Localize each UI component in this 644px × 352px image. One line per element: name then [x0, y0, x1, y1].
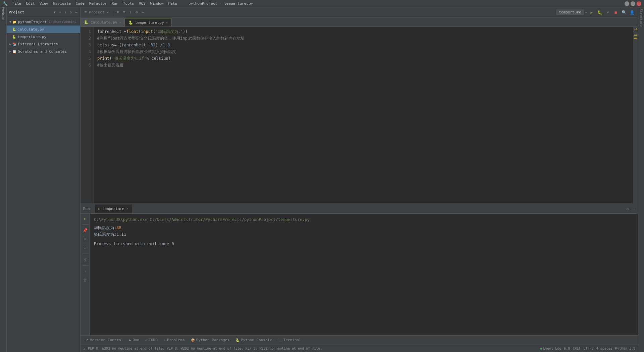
tree-root-label: pythonProject	[18, 20, 47, 24]
tree-item-external-libs[interactable]: ▶ 📚 External Libraries	[7, 40, 80, 48]
menu-run[interactable]: Run	[110, 1, 120, 6]
status-position[interactable]: 6:8	[564, 347, 570, 350]
event-log-label: Event Log	[543, 347, 561, 350]
run-panel: Run: ▶ temperture × ⚙ – ▶ 📌 ≡ ⊞ 🖨	[80, 204, 638, 335]
print-button[interactable]: 🖨	[82, 256, 89, 263]
menu-refactor[interactable]: Refactor	[87, 1, 109, 6]
run-button[interactable]: ▶	[588, 9, 595, 16]
toolbar-btn3[interactable]: ↕	[128, 9, 133, 15]
statusbar: ⚠ PEP 8: W292 no newline at end of file.…	[80, 345, 638, 352]
code-content[interactable]: fahrenheit = float(input('华氏温度为:')) #利用f…	[94, 27, 633, 203]
tab-temperture-icon: 🐍	[128, 20, 133, 25]
project-sidebar: Project ▼ ≡ ↕ ⚙ – ▼ 📁 pythonProject C:\U…	[7, 7, 80, 352]
tab-temperture[interactable]: 🐍 temperture.py ×	[125, 18, 172, 27]
line-numbers: 1 2 3 4 5 6	[80, 27, 94, 203]
python-console-icon: 🐍	[235, 338, 239, 342]
bottom-tab-todo[interactable]: ✓ TODO	[143, 336, 160, 344]
run-tab-temperture[interactable]: ▶ temperture ×	[95, 205, 132, 213]
panel-settings-button[interactable]: ⚙	[627, 207, 629, 211]
bottom-tab-python-console[interactable]: 🐍 Python Console	[233, 336, 275, 344]
run-config-arrow[interactable]: ▾	[585, 11, 587, 14]
sidebar-menu-button[interactable]: ≡	[58, 10, 62, 15]
run-panel-content: ▶ 📌 ≡ ⊞ 🖨 ⬆ 🗑 C:\Python38\python.exe C:/…	[80, 214, 638, 335]
close-button[interactable]: ×	[637, 1, 641, 6]
tab-temperture-label: temperture.py	[135, 20, 164, 25]
menu-edit[interactable]: Edit	[24, 1, 37, 6]
output-line-3: 摄氏温度为31.11	[94, 231, 634, 238]
trash-button[interactable]: 🗑	[82, 276, 89, 284]
tree-item-calculate[interactable]: 🐍 calculate.py	[7, 26, 80, 33]
version-control-icon: ⎇	[85, 338, 89, 342]
run-config-name[interactable]: temperture	[556, 9, 584, 15]
up-button[interactable]: ⬆	[82, 268, 89, 275]
menu-vcs[interactable]: VCS	[137, 1, 148, 6]
toolbar-dropdown[interactable]: ≡ Project ▾	[83, 9, 110, 15]
rerun-button[interactable]: ▶	[82, 215, 89, 222]
project-sidebar-toggle[interactable]: Project	[0, 9, 6, 15]
debug-button[interactable]: 🐛	[596, 9, 603, 16]
menu-tools[interactable]: Tools	[121, 1, 136, 6]
maximize-button[interactable]: □	[631, 1, 635, 6]
python-file-icon: 🐍	[12, 28, 16, 31]
code-line-3: celsius= (fahrenheit - 32) / 1.8	[97, 42, 633, 48]
tab-temperture-close[interactable]: ×	[166, 21, 168, 25]
output-settings-button[interactable]: ⊞	[82, 244, 89, 252]
run-label: Run:	[83, 207, 92, 211]
stop-button[interactable]: ■	[612, 9, 619, 16]
status-line-ending[interactable]: CRLF	[573, 347, 581, 350]
menu-code[interactable]: Code	[73, 1, 87, 6]
menu-view[interactable]: View	[38, 1, 51, 6]
menu-file[interactable]: File	[10, 1, 23, 6]
run-tab-close[interactable]: ×	[126, 207, 128, 211]
menu-help[interactable]: Help	[166, 1, 179, 6]
status-python-version[interactable]: Python 3.8	[615, 347, 635, 350]
right-gutter: ⚠4	[633, 27, 638, 203]
run-tab-icon: ▶	[98, 207, 100, 211]
bottom-tab-run[interactable]: ▶ Run	[126, 336, 142, 344]
toolbar-btn2[interactable]: ≡	[122, 9, 127, 15]
toolbar-btn1[interactable]: ▼	[115, 9, 120, 15]
app-icon: 🔧	[3, 1, 8, 6]
structure-sidebar-label[interactable]: Structure	[639, 7, 644, 28]
status-event-log[interactable]: ● Event Log	[540, 347, 561, 350]
scrollbar-area[interactable]	[634, 34, 637, 39]
cover-button[interactable]: ⚡	[604, 9, 611, 16]
tree-item-scratches[interactable]: ▶ 📋 Scratches and Consoles	[7, 48, 80, 55]
window-controls: − □ ×	[625, 1, 641, 6]
sidebar-sort-button[interactable]: ↕	[63, 10, 67, 15]
minimize-button[interactable]: −	[625, 1, 629, 6]
sidebar-settings-button[interactable]: ⚙	[69, 10, 73, 15]
tree-item-root[interactable]: ▼ 📁 pythonProject C:\Users\Admini	[7, 18, 80, 26]
sidebar-close-button[interactable]: –	[74, 10, 78, 15]
toolbar-minus[interactable]: –	[141, 9, 146, 15]
run-panel-header: Run: ▶ temperture × ⚙ –	[80, 204, 638, 214]
user-button[interactable]: 👤	[629, 9, 635, 16]
structure-toggle[interactable]: ⊞	[0, 15, 6, 21]
python-packages-label: Python Packages	[196, 338, 229, 342]
python-console-label: Python Console	[241, 338, 272, 342]
bottom-tab-terminal[interactable]: ⬛ Terminal	[275, 336, 304, 344]
tab-calculate[interactable]: 🐍 calculate.py ×	[80, 18, 125, 27]
right-sidebar: Structure	[638, 7, 644, 352]
scroll-output-button[interactable]: ≡	[82, 235, 89, 243]
search-button[interactable]: 🔍	[621, 9, 627, 16]
bottom-tab-python-packages[interactable]: 📦 Python Packages	[188, 336, 232, 344]
tab-calculate-close[interactable]: ×	[119, 20, 121, 24]
code-editor: 1 2 3 4 5 6 fahrenheit = float(input('华氏…	[80, 27, 638, 203]
tree-item-temperture[interactable]: 🐍 temperture.py	[7, 33, 80, 40]
titlebar-menu: File Edit View Navigate Code Refactor Ru…	[10, 1, 179, 6]
left-icon-bar: Project ⊞	[0, 7, 7, 352]
collapse-all-button[interactable]: ▼	[53, 10, 57, 15]
panel-minimize-button[interactable]: –	[633, 207, 635, 211]
scratches-icon: 📋	[12, 50, 16, 53]
menu-window[interactable]: Window	[148, 1, 166, 6]
warning-mark-2	[634, 38, 637, 39]
editor-area: ≡ Project ▾ | ▼ ≡ ↕ ⚙ – temperture ▾ ▶ 🐛…	[80, 7, 638, 352]
status-encoding[interactable]: UTF-8	[584, 347, 594, 350]
status-indent[interactable]: 4 spaces	[596, 347, 612, 350]
bottom-tab-problems[interactable]: ⚠ Problems	[161, 336, 187, 344]
menu-navigate[interactable]: Navigate	[51, 1, 73, 6]
toolbar-settings[interactable]: ⚙	[134, 9, 139, 15]
pin-button[interactable]: 📌	[82, 227, 89, 234]
bottom-tab-version-control[interactable]: ⎇ Version Control	[82, 336, 126, 344]
